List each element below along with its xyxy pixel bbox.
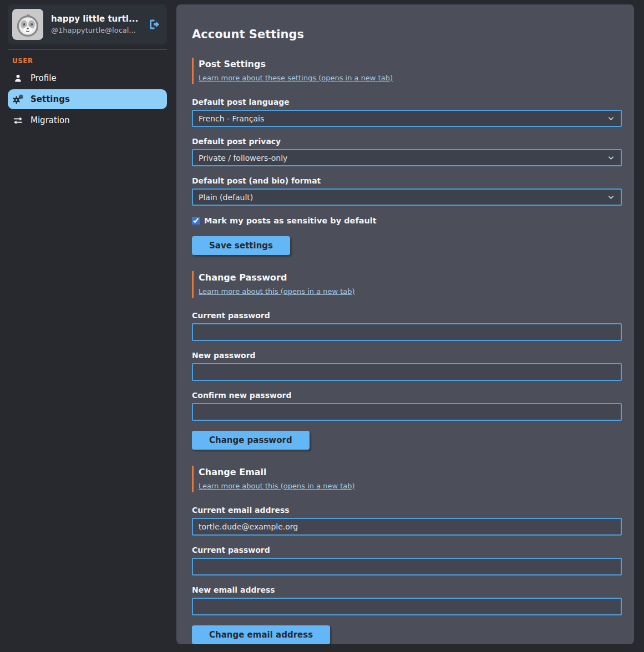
sidebar-item-label: Profile — [31, 73, 57, 83]
sidebar-item-label: Migration — [31, 115, 70, 125]
checkbox-label: Mark my posts as sensitive by default — [204, 216, 377, 225]
save-settings-button[interactable]: Save settings — [192, 236, 290, 255]
sensitive-by-default-row: Mark my posts as sensitive by default — [192, 216, 622, 225]
change-email-section-header: Change Email Learn more about this (open… — [192, 466, 622, 492]
change-email-button[interactable]: Change email address — [192, 625, 330, 644]
confirm-new-password-field: Confirm new password — [192, 391, 622, 421]
gears-icon — [12, 94, 23, 104]
select-value: Private / followers-only — [199, 154, 287, 162]
sidebar-item-settings[interactable]: Settings — [8, 89, 167, 109]
post-settings-section-header: Post Settings Learn more about these set… — [192, 58, 622, 84]
chevron-down-icon — [608, 116, 614, 121]
sidebar: happy little turtl... @1happyturtle@loca… — [0, 0, 176, 652]
app-layout: happy little turtl... @1happyturtle@loca… — [0, 0, 644, 652]
sidebar-item-profile[interactable]: Profile — [8, 68, 167, 88]
account-settings-panel: Account Settings Post Settings Learn mor… — [176, 4, 634, 644]
sidebar-item-label: Settings — [31, 94, 70, 104]
default-post-language-select[interactable]: French - Français — [192, 110, 622, 127]
new-password-field: New password — [192, 351, 622, 381]
field-label: Default post language — [192, 98, 622, 106]
new-password-input[interactable] — [192, 363, 622, 381]
sidebar-nav: Profile — [8, 68, 167, 130]
current-password-input[interactable] — [192, 323, 622, 341]
current-email-field: Current email address — [192, 506, 622, 536]
section-title: Change Password — [199, 272, 622, 283]
default-post-format-field: Default post (and bio) format Plain (def… — [192, 176, 622, 206]
default-post-privacy-select[interactable]: Private / followers-only — [192, 149, 622, 166]
new-email-field: New email address — [192, 585, 622, 615]
sloth-avatar — [12, 9, 43, 40]
field-label: Default post privacy — [192, 137, 622, 146]
field-label: Current password — [192, 311, 622, 320]
user-display-name: happy little turtl... — [51, 13, 138, 26]
email-current-password-input[interactable] — [192, 558, 622, 575]
select-value: French - Français — [199, 114, 264, 123]
user-card: happy little turtl... @1happyturtle@loca… — [8, 4, 167, 44]
current-email-input[interactable] — [192, 518, 622, 536]
sign-out-icon — [147, 18, 160, 31]
default-post-language-field: Default post language French - Français — [192, 98, 622, 127]
field-label: Current email address — [192, 506, 622, 515]
confirm-new-password-input[interactable] — [192, 403, 622, 421]
user-meta: happy little turtl... @1happyturtle@loca… — [51, 13, 138, 35]
page-title: Account Settings — [192, 28, 622, 41]
field-label: New password — [192, 351, 622, 360]
new-email-input[interactable] — [192, 598, 622, 615]
change-password-learn-more-link[interactable]: Learn more about this (opens in a new ta… — [199, 287, 355, 296]
chevron-down-icon — [608, 195, 614, 200]
chevron-down-icon — [608, 156, 614, 160]
default-post-format-select[interactable]: Plain (default) — [192, 189, 622, 206]
section-title: Change Email — [199, 467, 622, 477]
sidebar-item-migration[interactable]: Migration — [8, 110, 167, 130]
change-email-learn-more-link[interactable]: Learn more about this (opens in a new ta… — [199, 482, 355, 490]
user-handle: @1happyturtle@local... — [51, 26, 138, 35]
change-password-button[interactable]: Change password — [192, 431, 310, 450]
user-icon — [12, 74, 23, 83]
field-label: Current password — [192, 546, 622, 554]
section-title: Post Settings — [199, 59, 622, 69]
sidebar-section-label: USER — [12, 57, 167, 65]
post-settings-learn-more-link[interactable]: Learn more about these settings (opens i… — [199, 74, 393, 82]
email-current-password-field: Current password — [192, 546, 622, 575]
default-post-privacy-field: Default post privacy Private / followers… — [192, 137, 622, 166]
change-password-section-header: Change Password Learn more about this (o… — [192, 271, 622, 298]
sidebar-divider — [8, 49, 167, 50]
field-label: New email address — [192, 585, 622, 594]
field-label: Confirm new password — [192, 391, 622, 400]
sign-out-button[interactable] — [146, 17, 161, 32]
sensitive-by-default-checkbox[interactable] — [192, 217, 200, 225]
transfer-arrows-icon — [12, 116, 23, 125]
current-password-field: Current password — [192, 311, 622, 341]
field-label: Default post (and bio) format — [192, 176, 622, 185]
select-value: Plain (default) — [199, 193, 253, 202]
